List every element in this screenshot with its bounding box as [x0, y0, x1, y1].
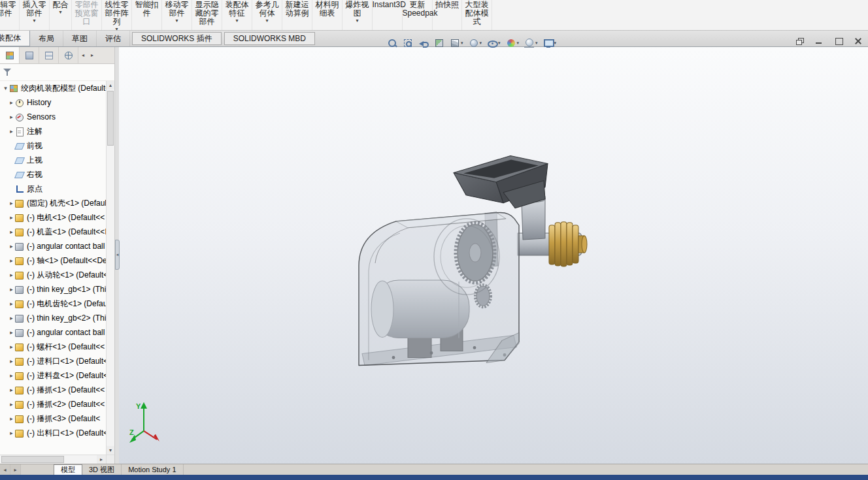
- tab-assembly[interactable]: 装配体: [0, 31, 30, 46]
- tree-item-right-plane[interactable]: 右视: [0, 167, 106, 182]
- scrollbar-track[interactable]: [107, 89, 114, 446]
- featuremanager-tab[interactable]: [0, 47, 20, 63]
- dropdown-caret-icon[interactable]: ▾: [461, 40, 463, 46]
- tree-item-front-plane[interactable]: 前视: [0, 138, 106, 153]
- view-orientation-button[interactable]: ▾: [450, 38, 463, 48]
- hide-show-items-button[interactable]: ▾: [487, 38, 501, 48]
- exploded-view-button[interactable]: 爆炸视图 ▾: [342, 0, 373, 30]
- panel-tabs-scroll-right-icon[interactable]: ▸: [88, 47, 97, 63]
- zoom-to-fit-button[interactable]: [387, 38, 397, 48]
- dropdown-caret-icon[interactable]: ▾: [480, 40, 482, 46]
- scrollbar-track[interactable]: [0, 455, 97, 464]
- dropdown-arrow-icon[interactable]: ▾: [175, 18, 178, 24]
- viewport-canvas[interactable]: Y Z: [119, 47, 868, 464]
- tree-item-origin[interactable]: 原点: [0, 182, 106, 196]
- tree-root-assembly[interactable]: 绞肉机装配模型 (Default<D: [0, 81, 106, 95]
- zoom-to-area-button[interactable]: [403, 38, 413, 48]
- tree-item-motor-gear[interactable]: (-) 电机齿轮<1> (Defau: [0, 296, 106, 311]
- expand-arrow-icon[interactable]: [8, 358, 15, 364]
- expand-arrow-icon[interactable]: [8, 257, 15, 264]
- section-view-button[interactable]: [434, 38, 444, 48]
- component-preview-window-button[interactable]: 零部件预览窗口: [72, 0, 102, 30]
- tree-item-screw-rod[interactable]: (-) 螺杆<1> (Default<<: [0, 340, 106, 354]
- edit-appearance-button[interactable]: ▾: [506, 38, 520, 48]
- tree-item-paddle-2[interactable]: (-) 播抓<2> (Default<<: [0, 397, 106, 411]
- dropdown-arrow-icon[interactable]: ▾: [59, 10, 61, 15]
- dropdown-caret-icon[interactable]: ▾: [535, 40, 538, 46]
- expand-arrow-icon[interactable]: [8, 128, 15, 135]
- expand-arrow-icon[interactable]: [8, 114, 15, 120]
- scroll-up-icon[interactable]: ▴: [107, 81, 114, 89]
- tree-item-sensors[interactable]: Sensors: [0, 110, 106, 124]
- tab-model[interactable]: 模型: [54, 464, 82, 475]
- large-assembly-mode-button[interactable]: 大型装配体模式: [462, 0, 492, 30]
- tab-solidworks-mbd[interactable]: SOLIDWORKS MBD: [224, 32, 315, 45]
- tree-item-shaft[interactable]: (-) 轴<1> (Default<<De: [0, 253, 106, 268]
- tree-item-motor[interactable]: (-) 电机<1> (Default<<: [0, 210, 106, 225]
- restore-down-button[interactable]: [793, 36, 805, 46]
- expand-arrow-icon[interactable]: [8, 329, 15, 336]
- update-speedpak-button[interactable]: 更新 Speedpak: [403, 0, 433, 30]
- tree-item-cover[interactable]: (-) 机盖<1> (Default<<De: [0, 225, 106, 239]
- dropdown-arrow-icon[interactable]: ▾: [235, 18, 238, 24]
- expand-arrow-icon[interactable]: [2, 85, 9, 91]
- minimize-button[interactable]: [813, 36, 825, 46]
- tab-layout[interactable]: 布局: [30, 31, 63, 46]
- filter-icon[interactable]: [3, 68, 12, 76]
- expand-arrow-icon[interactable]: [8, 315, 15, 321]
- dropdown-arrow-icon[interactable]: ▾: [265, 18, 268, 24]
- tree-item-inlet[interactable]: (-) 进料口<1> (Default<D: [0, 354, 106, 368]
- tab-sketch[interactable]: 草图: [63, 31, 97, 46]
- assembly-features-button[interactable]: 装配体特征 ▾: [222, 0, 252, 30]
- tab-motion-study-1[interactable]: Motion Study 1: [122, 464, 183, 475]
- tree-horizontal-scrollbar[interactable]: ▸: [0, 455, 114, 464]
- expand-arrow-icon[interactable]: [8, 401, 15, 408]
- expand-arrow-icon[interactable]: [8, 300, 15, 307]
- dropdown-arrow-icon[interactable]: ▾: [356, 18, 358, 24]
- expand-arrow-icon[interactable]: [8, 286, 15, 293]
- tree-vertical-scrollbar[interactable]: ▴ ▾: [106, 81, 114, 455]
- configurationmanager-tab[interactable]: [39, 47, 59, 63]
- tree-item-driven-wheel[interactable]: (-) 从动轮<1> (Default<: [0, 268, 106, 282]
- meat-grinder-model[interactable]: [359, 156, 587, 366]
- tree-item-outlet[interactable]: (-) 出料口<1> (Default<: [0, 426, 106, 440]
- new-motion-study-button[interactable]: 新建运动算例: [282, 0, 312, 30]
- expand-arrow-icon[interactable]: [8, 344, 15, 350]
- expand-arrow-icon[interactable]: [8, 415, 15, 422]
- bill-of-materials-button[interactable]: 材料明细表: [312, 0, 342, 30]
- expand-arrow-icon[interactable]: [8, 387, 15, 393]
- view-settings-button[interactable]: ▾: [543, 38, 557, 48]
- tree-item-bearing-1[interactable]: (-) angular contact ball: [0, 239, 106, 253]
- tree-item-top-plane[interactable]: 上视: [0, 153, 106, 167]
- tree-item-thin-key-2[interactable]: (-) thin key_gb<2> (Thi: [0, 311, 106, 325]
- show-hidden-components-button[interactable]: 显示隐藏的零部件: [192, 0, 222, 30]
- tab-3d-views[interactable]: 3D 视图: [82, 464, 122, 475]
- model-tabs-scroll-right-icon[interactable]: ▸: [10, 464, 21, 475]
- expand-arrow-icon[interactable]: [8, 214, 15, 221]
- expand-arrow-icon[interactable]: [8, 243, 15, 249]
- previous-view-button[interactable]: [418, 38, 429, 48]
- expand-arrow-icon[interactable]: [8, 430, 15, 436]
- expand-arrow-icon[interactable]: [8, 229, 15, 235]
- maximize-button[interactable]: [833, 36, 844, 46]
- edit-component-button[interactable]: 编辑零部件: [0, 0, 20, 30]
- move-component-button[interactable]: 移动零部件 ▾: [162, 0, 192, 30]
- tree-item-thin-key-1[interactable]: (-) thin key_gb<1> (Thi: [0, 282, 106, 296]
- close-button[interactable]: [852, 36, 864, 46]
- take-snapshot-button[interactable]: 拍快照: [433, 0, 462, 30]
- smart-fasteners-button[interactable]: 智能扣件: [132, 0, 162, 30]
- graphics-viewport[interactable]: Y Z: [119, 47, 868, 464]
- scroll-right-icon[interactable]: ▸: [97, 455, 106, 464]
- expand-arrow-icon[interactable]: [8, 372, 15, 379]
- dropdown-caret-icon[interactable]: ▾: [498, 40, 501, 46]
- mate-button[interactable]: 配合 ▾: [50, 0, 72, 30]
- scrollbar-thumb[interactable]: [107, 91, 114, 146]
- propertymanager-tab[interactable]: [20, 47, 39, 63]
- tree-item-history[interactable]: History: [0, 95, 106, 110]
- model-tabs-scroll-left-icon[interactable]: ◂: [0, 464, 10, 475]
- tree-item-feed-tray[interactable]: (-) 进料盘<1> (Default<D: [0, 368, 106, 383]
- expand-arrow-icon[interactable]: [8, 272, 15, 278]
- expand-arrow-icon[interactable]: [8, 99, 15, 106]
- tab-solidworks-addins[interactable]: SOLIDWORKS 插件: [132, 32, 222, 45]
- insert-components-button[interactable]: 插入零部件 ▾: [20, 0, 50, 30]
